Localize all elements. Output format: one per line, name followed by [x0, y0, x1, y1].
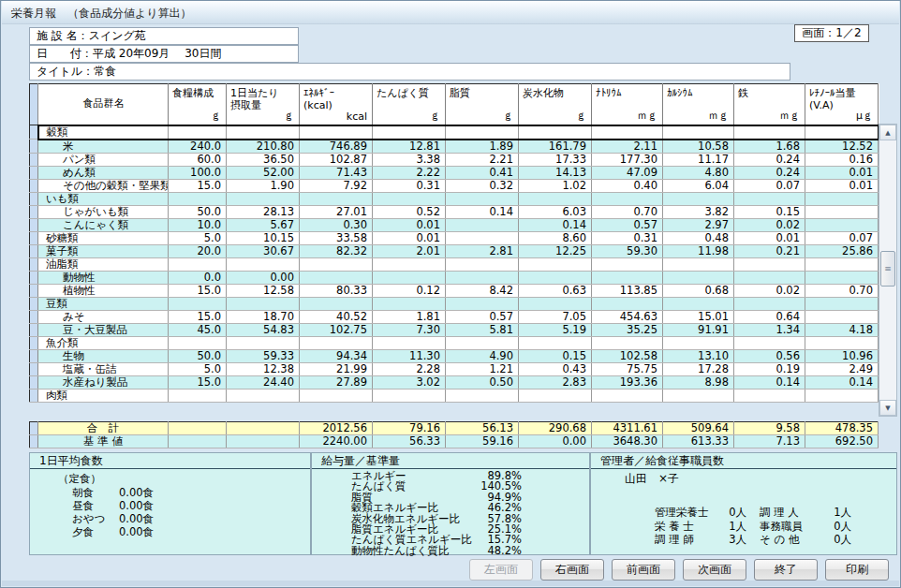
value-cell: 11.17: [663, 153, 734, 166]
table-row[interactable]: 動物性0.00.00: [30, 271, 879, 284]
value-cell: 0.57: [592, 218, 663, 231]
scrollbar-up-icon[interactable]: ▲: [879, 125, 896, 140]
value-cell: 0.01: [805, 166, 879, 179]
meal-label: 朝食: [72, 486, 119, 499]
table-row[interactable]: 塩蔵・缶詰5.012.3821.992.281.210.4375.7517.28…: [30, 362, 879, 375]
column-unit: ｇ: [576, 109, 586, 123]
nav-button-印刷[interactable]: 印刷: [825, 559, 889, 581]
table-row[interactable]: めん類100.052.0071.432.220.4114.1347.094.80…: [30, 166, 879, 179]
value-cell: 13.10: [663, 349, 734, 362]
summary-value-cell: 2240.00: [300, 435, 373, 448]
food-group-name: 豆類: [38, 297, 169, 310]
summary-value-cell: 2012.56: [300, 422, 373, 435]
value-cell: 1.89: [446, 140, 519, 154]
column-header: ｶﾙｼｳﾑｍｇ: [663, 84, 734, 125]
table-row[interactable]: じゃがいも類50.028.1327.010.520.146.030.703.82…: [30, 205, 879, 218]
value-cell: [805, 192, 879, 205]
table-row[interactable]: 生物50.059.3394.3411.304.900.15102.5813.10…: [30, 349, 879, 362]
value-cell: [592, 125, 663, 140]
row-gutter: [30, 153, 38, 166]
food-group-name: 動物性: [38, 271, 169, 284]
table-row[interactable]: 米240.0210.80746.8912.811.89161.792.1110.…: [30, 140, 879, 154]
value-cell: [805, 271, 879, 284]
scrollbar-down-icon[interactable]: ▼: [879, 400, 896, 416]
date-label: 日 付：: [37, 47, 93, 60]
table-row[interactable]: 豆・大豆製品45.054.83102.757.305.815.1935.2591…: [30, 323, 879, 336]
table-row[interactable]: いも類: [30, 192, 879, 205]
value-cell: 17.33: [519, 153, 592, 166]
value-cell: 2.28: [373, 362, 446, 375]
value-cell: 50.0: [169, 205, 227, 218]
value-cell: 0.24: [734, 153, 805, 166]
value-cell: [663, 125, 734, 140]
value-cell: 0.00: [227, 271, 300, 284]
value-cell: 0.0: [169, 271, 227, 284]
value-cell: 59.33: [227, 349, 300, 362]
table-row[interactable]: その他の穀類・堅果類15.01.907.920.310.321.020.406.…: [30, 179, 879, 192]
value-cell: 8.42: [446, 284, 519, 297]
row-gutter: [30, 422, 38, 435]
table-row[interactable]: 豆類: [30, 297, 879, 310]
value-cell: 0.57: [446, 310, 519, 323]
nav-button-前画面[interactable]: 前画面: [612, 559, 675, 581]
value-cell: [663, 271, 734, 284]
value-cell: [446, 125, 519, 140]
row-gutter: [30, 389, 38, 402]
value-cell: 20.0: [169, 244, 227, 257]
row-gutter: [30, 166, 38, 179]
value-cell: 4.80: [663, 166, 734, 179]
value-cell: 94.34: [300, 349, 373, 362]
value-cell: [805, 297, 879, 310]
vertical-scrollbar[interactable]: ▲ ≡ ▼: [879, 124, 897, 417]
table-row[interactable]: みそ15.018.7040.521.810.577.05454.6315.010…: [30, 310, 879, 323]
nav-button-次画面[interactable]: 次画面: [683, 559, 746, 581]
table-row[interactable]: 水産ねり製品15.024.4027.893.020.502.83193.368.…: [30, 375, 879, 389]
table-row[interactable]: 肉類: [30, 389, 879, 402]
ratio-value: 48.2%: [487, 546, 522, 556]
value-cell: 0.02: [734, 284, 805, 297]
value-cell: 0.63: [519, 284, 592, 297]
column-name: 炭水化物: [519, 84, 591, 99]
value-cell: 21.99: [300, 362, 373, 375]
value-cell: 2.22: [373, 166, 446, 179]
food-group-name: 生物: [38, 349, 169, 362]
value-cell: [592, 297, 663, 310]
value-cell: 15.01: [663, 310, 734, 323]
header-gutter: [30, 84, 38, 125]
value-cell: 27.01: [300, 205, 373, 218]
nav-button-右画面[interactable]: 右画面: [540, 559, 604, 581]
table-row[interactable]: こんにゃく類10.05.670.300.010.140.572.970.02: [30, 218, 879, 231]
table-row[interactable]: 油脂類: [30, 257, 879, 271]
column-name: ｶﾙｼｳﾑ: [663, 84, 733, 99]
table-row[interactable]: 砂糖類5.010.1533.580.018.600.310.480.010.07: [30, 231, 879, 244]
nutrition-grid: 食品群名食糧構成ｇ1日当たり 摂取量ｇｴﾈﾙｷﾞｰ (kcal)kcalたんぱく…: [29, 83, 897, 420]
value-cell: [734, 271, 805, 284]
row-gutter: [30, 140, 38, 154]
nav-button-終了[interactable]: 終了: [754, 559, 818, 581]
value-cell: 0.07: [734, 179, 805, 192]
row-gutter: [30, 192, 38, 205]
column-header: たんぱく質ｇ: [373, 84, 446, 125]
table-row[interactable]: パン類60.036.50102.873.382.2117.33177.3011.…: [30, 153, 879, 166]
value-cell: [519, 297, 592, 310]
value-cell: 11.98: [663, 244, 734, 257]
value-cell: 0.41: [446, 166, 519, 179]
table-row[interactable]: 魚介類: [30, 336, 879, 349]
table-row[interactable]: 植物性15.012.5880.330.128.420.63113.850.680…: [30, 284, 879, 297]
value-cell: 2.01: [373, 244, 446, 257]
scrollbar-thumb[interactable]: ≡: [880, 251, 895, 287]
table-row[interactable]: 菓子類20.030.6782.322.012.8112.2559.3011.98…: [30, 244, 879, 257]
staff-value: 3人: [729, 533, 746, 547]
row-gutter: [30, 310, 38, 323]
value-cell: 12.38: [227, 362, 300, 375]
column-header: ﾚﾁﾉｰﾙ当量 (V.A)μｇ: [805, 84, 879, 125]
value-cell: [446, 297, 519, 310]
table-row[interactable]: 穀類: [30, 125, 879, 140]
value-cell: [169, 297, 227, 310]
value-cell: 4.18: [805, 323, 879, 336]
value-cell: 0.01: [805, 179, 879, 192]
value-cell: 0.16: [805, 153, 879, 166]
value-cell: 10.58: [663, 140, 734, 154]
meal-count-item: 夕食0.00食: [30, 525, 310, 538]
ratio-list: エネルギー89.8%たんぱく質140.5%脂質94.9%穀類エネルギー比46.2…: [312, 469, 589, 556]
